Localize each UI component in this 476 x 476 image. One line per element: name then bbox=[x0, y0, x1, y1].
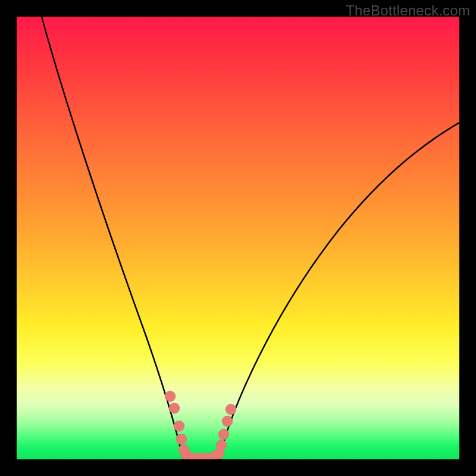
left-curve bbox=[42, 17, 183, 459]
curves-layer bbox=[17, 17, 459, 459]
svg-point-14 bbox=[226, 404, 236, 415]
marker-cluster bbox=[165, 391, 236, 459]
svg-point-2 bbox=[174, 421, 184, 431]
svg-point-12 bbox=[218, 429, 229, 440]
watermark-label: TheBottleneck.com bbox=[346, 2, 470, 19]
svg-point-13 bbox=[222, 416, 233, 427]
svg-point-11 bbox=[216, 440, 227, 450]
svg-point-1 bbox=[169, 403, 180, 414]
svg-point-0 bbox=[165, 391, 176, 402]
svg-point-3 bbox=[176, 434, 187, 444]
plot-area bbox=[17, 17, 459, 459]
chart-frame: TheBottleneck.com bbox=[0, 0, 476, 476]
right-curve bbox=[219, 123, 459, 459]
